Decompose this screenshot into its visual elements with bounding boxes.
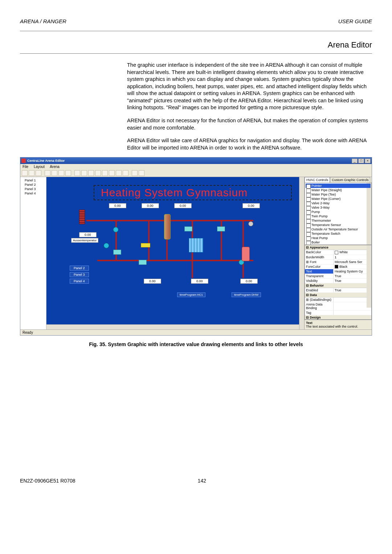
- property-value[interactable]: [333, 302, 371, 310]
- toolbox[interactable]: PointerWater Pipe (Straight)Water Pipe (…: [305, 182, 372, 245]
- toolbar-button[interactable]: [81, 170, 87, 176]
- property-row[interactable]: BorderWidth1: [305, 255, 371, 260]
- toolbar-button[interactable]: [139, 170, 144, 176]
- property-value[interactable]: [333, 311, 371, 315]
- toolbar-button[interactable]: [29, 170, 34, 176]
- value-field[interactable]: 0.00: [79, 232, 97, 237]
- property-value[interactable]: [333, 297, 371, 302]
- tree-node[interactable]: Panel 1: [22, 178, 45, 182]
- pump-icon[interactable]: [104, 243, 109, 248]
- buffer-tank-icon[interactable]: [242, 247, 250, 261]
- property-row[interactable]: ⊞ (DataBindings): [305, 297, 371, 302]
- toolbar-button[interactable]: [88, 170, 94, 176]
- heat-pump-icon[interactable]: [113, 250, 121, 255]
- toolbar-button[interactable]: [52, 170, 57, 176]
- property-value[interactable]: Black: [333, 264, 371, 269]
- property-grid[interactable]: ⊟ Appearance BackColorWhite BorderWidth1…: [305, 245, 372, 320]
- toolbox-item[interactable]: Temperature Switch: [306, 231, 371, 236]
- property-row[interactable]: Arena Data Binding: [305, 302, 371, 311]
- maximize-button[interactable]: □: [358, 159, 364, 163]
- toolbox-item[interactable]: Temperature Sensor: [306, 223, 371, 227]
- horizontal-scrollbar[interactable]: [46, 324, 299, 329]
- property-value[interactable]: True: [333, 279, 371, 283]
- valve-icon[interactable]: [141, 243, 150, 247]
- vertical-scrollbar[interactable]: [367, 245, 371, 308]
- toolbox-item[interactable]: Heat Pump: [306, 236, 371, 240]
- toolbox-item[interactable]: Twin Pump: [306, 214, 371, 218]
- property-value[interactable]: White: [333, 250, 371, 255]
- toolbox-item[interactable]: Water Pipe (Corner): [306, 197, 371, 201]
- menu-arena[interactable]: Arena: [50, 165, 60, 169]
- property-row[interactable]: TextHeating System Gy: [305, 269, 371, 274]
- toolbar-button[interactable]: [36, 170, 41, 176]
- gauge-icon[interactable]: [248, 221, 253, 226]
- time-program-link[interactable]: timeProgram DHW: [232, 292, 261, 297]
- tab-hvac[interactable]: HVAC Controls: [305, 177, 330, 182]
- property-row[interactable]: VisibilityTrue: [305, 279, 371, 283]
- value-field[interactable]: 0.00: [142, 203, 159, 208]
- toolbar-button[interactable]: [95, 170, 101, 176]
- heat-pump-icon[interactable]: [217, 226, 225, 231]
- property-value[interactable]: 1: [333, 255, 371, 259]
- property-category[interactable]: ⊟ Behavior: [305, 283, 371, 288]
- minimize-button[interactable]: _: [352, 159, 358, 163]
- property-category[interactable]: ⊟ Appearance: [305, 245, 371, 250]
- water-pipe-icon[interactable]: [148, 220, 150, 260]
- property-value[interactable]: Heating System Gy: [333, 269, 371, 274]
- close-button[interactable]: ×: [365, 159, 371, 163]
- toolbar-button[interactable]: [109, 170, 115, 176]
- water-pipe-icon[interactable]: [97, 260, 253, 261]
- value-field[interactable]: 0.00: [240, 279, 258, 284]
- titlebar[interactable]: CentraLine Arena Editor _ □ ×: [20, 157, 372, 164]
- property-row[interactable]: ForeColorBlack: [305, 264, 371, 270]
- toolbox-item[interactable]: Boiler: [306, 240, 371, 245]
- value-field[interactable]: 0.00: [242, 203, 260, 208]
- graphic-title[interactable]: Heating System Gymnasium: [94, 185, 292, 200]
- property-row[interactable]: EnabledTrue: [305, 288, 371, 293]
- toolbar-button[interactable]: [45, 170, 50, 176]
- property-row[interactable]: ⊞ FontMicrosoft Sans Ser: [305, 260, 371, 264]
- toolbar-button[interactable]: [22, 170, 28, 176]
- heat-pump-icon[interactable]: [184, 226, 192, 231]
- menu-file[interactable]: File: [23, 165, 28, 169]
- toolbar-button[interactable]: [65, 170, 71, 176]
- toolbox-item[interactable]: Outside Air Temperature Sensor: [306, 227, 371, 231]
- menu-layout[interactable]: Layout: [34, 165, 45, 169]
- value-field[interactable]: 0.00: [174, 203, 192, 208]
- property-row[interactable]: BackColorWhite: [305, 250, 371, 255]
- panel-link[interactable]: Panel 3: [70, 272, 89, 277]
- toolbar-button[interactable]: [74, 170, 80, 176]
- toolbox-item[interactable]: Thermometer: [306, 218, 371, 223]
- panel-link[interactable]: Panel 2: [70, 266, 89, 271]
- tree-node[interactable]: Panel 3: [22, 187, 45, 191]
- value-field[interactable]: 0.00: [109, 203, 126, 208]
- toolbox-item[interactable]: Water Pipe (Tee): [306, 192, 371, 197]
- water-pipe-icon[interactable]: [221, 220, 222, 260]
- tree-node[interactable]: Panel 2: [22, 182, 45, 187]
- toolbar-button[interactable]: [116, 170, 122, 176]
- toolbar-button[interactable]: [123, 170, 128, 176]
- property-category[interactable]: ⊟ Data: [305, 293, 371, 297]
- tab-custom[interactable]: Custom Graphic Controls: [330, 177, 370, 182]
- tree-node[interactable]: Panel 4: [22, 191, 45, 196]
- pump-icon[interactable]: [113, 227, 118, 232]
- toolbar-button[interactable]: [58, 170, 64, 176]
- property-value[interactable]: Microsoft Sans Ser: [333, 260, 371, 264]
- radiator-icon[interactable]: [189, 238, 203, 253]
- heat-pump-icon[interactable]: [139, 260, 147, 265]
- toolbox-item[interactable]: Water Pipe (Straight): [306, 188, 371, 192]
- toolbar-button[interactable]: [102, 170, 108, 176]
- property-row[interactable]: Tag: [305, 311, 371, 315]
- toolbox-item[interactable]: Pointer: [306, 184, 371, 188]
- vertical-scrollbar[interactable]: [299, 177, 304, 329]
- wall-icon[interactable]: [79, 210, 85, 224]
- value-field[interactable]: 0.00: [144, 279, 161, 284]
- panel-link[interactable]: Panel 4: [70, 279, 89, 284]
- property-row[interactable]: TransparentTrue: [305, 274, 371, 279]
- boiler-icon[interactable]: [164, 214, 171, 239]
- property-category[interactable]: ⊟ Design: [305, 315, 371, 320]
- toolbox-item[interactable]: Valve 3-Way: [306, 205, 371, 210]
- time-program-link[interactable]: timeProgram HC1: [177, 292, 205, 297]
- project-tree[interactable]: Panel 1 Panel 2 Panel 3 Panel 4: [20, 177, 46, 329]
- drawing-canvas[interactable]: Heating System Gymnasium 0.00 0.00 0.00 …: [46, 177, 299, 324]
